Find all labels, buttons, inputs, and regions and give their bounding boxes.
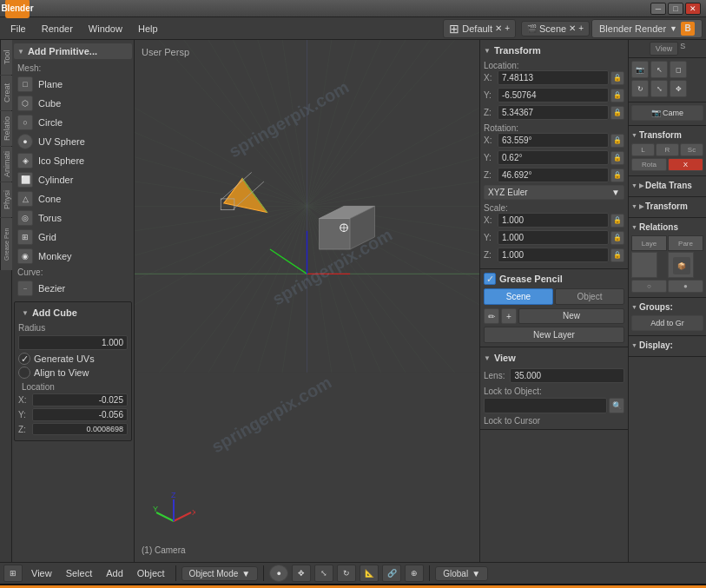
scale-x-lock[interactable]: 🔒 bbox=[610, 214, 624, 228]
bt-view-menu[interactable]: View bbox=[26, 566, 57, 580]
bt-sphere-icon[interactable]: ● bbox=[269, 565, 288, 582]
loc-x-value[interactable]: 7.48113 bbox=[498, 70, 609, 85]
fr-relations-header[interactable]: Relations bbox=[631, 221, 703, 234]
generate-uvs-checkbox[interactable]: ✓ bbox=[18, 353, 30, 365]
scene-selector[interactable]: 🎬 Scene ✕ + bbox=[521, 21, 590, 36]
scale-x-value[interactable]: 1.000 bbox=[498, 213, 609, 228]
view-header[interactable]: View bbox=[484, 351, 624, 365]
mesh-torus[interactable]: ◎ Torus bbox=[14, 208, 132, 228]
transform-header[interactable]: Transform bbox=[484, 43, 624, 57]
bt-object-menu[interactable]: Object bbox=[132, 566, 170, 580]
fr-transform2-header[interactable]: ▶ Transform bbox=[631, 200, 703, 213]
mesh-cube[interactable]: ⬡ Cube bbox=[14, 94, 132, 113]
fr-rotate-icon[interactable]: ↻ bbox=[631, 80, 649, 97]
grease-pencil-header[interactable]: ✓ Grease Pencil bbox=[484, 273, 624, 285]
loc-y-value[interactable]: -6.50764 bbox=[498, 88, 609, 102]
tab-grease-pen[interactable]: Grease Pen bbox=[0, 218, 12, 270]
scale-z-value[interactable]: 1.000 bbox=[498, 248, 609, 262]
scale-z-lock[interactable]: 🔒 bbox=[610, 248, 624, 262]
align-to-view-row[interactable]: Align to View bbox=[18, 367, 128, 379]
minimize-button[interactable]: ─ bbox=[650, 3, 666, 15]
loc-y-lock[interactable]: 🔒 bbox=[610, 89, 624, 102]
bt-mode-selector[interactable]: Object Mode ▼ bbox=[181, 566, 259, 581]
mesh-monkey[interactable]: ◉ Monkey bbox=[14, 247, 132, 266]
mesh-grid[interactable]: ⊞ Grid bbox=[14, 228, 132, 247]
fr-rota-btn[interactable]: Rota bbox=[631, 158, 667, 171]
bt-icon6[interactable]: ⊕ bbox=[405, 565, 424, 582]
engine-selector[interactable]: Blender Render ▼ B bbox=[591, 19, 703, 38]
bt-select-menu[interactable]: Select bbox=[61, 566, 98, 580]
close-button[interactable]: ✕ bbox=[685, 3, 701, 15]
tab-creat[interactable]: Creat bbox=[0, 76, 12, 110]
mesh-icosphere[interactable]: ◈ Ico Sphere bbox=[14, 151, 132, 170]
fr-parent-icon[interactable]: 📦 bbox=[668, 252, 694, 278]
radius-field[interactable]: 1.000 bbox=[18, 335, 128, 350]
grease-pencil-checkbox[interactable]: ✓ bbox=[484, 273, 496, 285]
fr-display-header[interactable]: Display: bbox=[631, 339, 703, 352]
fr-parent-cell[interactable]: Pare bbox=[668, 235, 703, 251]
rotation-mode-selector[interactable]: XYZ Euler ▼ bbox=[484, 185, 624, 200]
gp-scene-toggle[interactable]: Scene bbox=[484, 288, 553, 305]
mesh-circle[interactable]: ○ Circle bbox=[14, 113, 132, 132]
gp-move-icon[interactable]: + bbox=[501, 308, 517, 324]
scale-y-value[interactable]: 1.000 bbox=[498, 230, 609, 245]
menu-window[interactable]: Window bbox=[82, 22, 129, 36]
fr-select-icon[interactable]: ◻ bbox=[670, 61, 687, 78]
bt-global-selector[interactable]: Global ▼ bbox=[435, 566, 488, 581]
scale-y-lock[interactable]: 🔒 bbox=[610, 231, 624, 245]
bt-viewport-icon[interactable]: ⊞ bbox=[3, 565, 23, 582]
fr-cursor-icon[interactable]: ↖ bbox=[650, 61, 668, 78]
add-cube-header[interactable]: Add Cube bbox=[18, 306, 128, 320]
bt-icon3[interactable]: ↻ bbox=[337, 565, 356, 582]
tab-relatio[interactable]: Relatio bbox=[0, 111, 12, 146]
bt-add-menu[interactable]: Add bbox=[101, 566, 129, 580]
fr-delta-header[interactable]: ▶ Delta Trans bbox=[631, 179, 703, 192]
fr-r-btn[interactable]: R bbox=[656, 143, 679, 156]
fr-sc-btn[interactable]: Sc bbox=[680, 143, 703, 156]
loc-z-value[interactable]: 5.34367 bbox=[498, 105, 609, 120]
lens-value[interactable]: 35.000 bbox=[510, 368, 624, 383]
tab-physi[interactable]: Physi bbox=[0, 182, 12, 217]
rot-z-value[interactable]: 46.692° bbox=[498, 168, 609, 182]
gp-new-layer-btn[interactable]: New Layer bbox=[484, 327, 624, 343]
menu-file[interactable]: File bbox=[3, 22, 33, 36]
viewport[interactable]: User Persp (1) Camera X Y Z springerpix.… bbox=[135, 40, 480, 562]
mesh-plane[interactable]: □ Plane bbox=[14, 75, 132, 94]
tab-animati[interactable]: Animati bbox=[0, 147, 12, 182]
fr-scale-icon[interactable]: ⤡ bbox=[650, 80, 668, 97]
far-right-view-tab[interactable]: View bbox=[650, 42, 678, 56]
fr-toggle1[interactable]: ○ bbox=[631, 280, 667, 293]
menu-render[interactable]: Render bbox=[35, 22, 80, 36]
maximize-button[interactable]: □ bbox=[668, 3, 683, 15]
rot-x-lock[interactable]: 🔒 bbox=[610, 134, 624, 148]
bt-icon4[interactable]: 📐 bbox=[360, 565, 379, 582]
loc-x-lock[interactable]: 🔒 bbox=[610, 71, 624, 85]
mesh-cylinder[interactable]: ⬜ Cylinder bbox=[14, 170, 132, 189]
loc-z-lock[interactable]: 🔒 bbox=[610, 106, 624, 120]
tab-tool[interactable]: Tool bbox=[0, 40, 12, 75]
bt-icon1[interactable]: ✥ bbox=[292, 565, 311, 582]
menu-help[interactable]: Help bbox=[131, 22, 165, 36]
bt-icon2[interactable]: ⤡ bbox=[314, 565, 333, 582]
loc-y-field[interactable]: -0.056 bbox=[32, 408, 128, 421]
fr-add-to-group-btn[interactable]: Add to Gr bbox=[631, 315, 703, 331]
fr-camera-btn[interactable]: 📷 Came bbox=[631, 105, 703, 121]
loc-z-field[interactable]: 0.0008698 bbox=[32, 423, 128, 435]
fr-toggle2[interactable]: ● bbox=[668, 280, 703, 293]
bt-icon5[interactable]: 🔗 bbox=[382, 565, 401, 582]
align-to-view-checkbox[interactable] bbox=[18, 367, 30, 379]
curve-bezier[interactable]: ~ Bezier bbox=[14, 279, 132, 298]
mesh-cone[interactable]: △ Cone bbox=[14, 189, 132, 208]
lock-object-field[interactable] bbox=[484, 398, 607, 413]
fr-layer-cell[interactable]: Laye bbox=[631, 235, 667, 251]
gp-object-toggle[interactable]: Object bbox=[555, 288, 624, 305]
gp-new-btn[interactable]: New bbox=[518, 308, 624, 324]
fr-translate-icon[interactable]: ✥ bbox=[670, 80, 687, 97]
fr-groups-header[interactable]: Groups: bbox=[631, 301, 703, 314]
fr-camera-view-icon[interactable]: 📷 bbox=[631, 61, 649, 78]
add-primitive-header[interactable]: Add Primitive... bbox=[14, 43, 132, 59]
fr-layer-icon[interactable] bbox=[631, 252, 657, 278]
gp-draw-icon[interactable]: ✏ bbox=[484, 308, 499, 324]
fr-transform-header[interactable]: Transform bbox=[631, 129, 703, 142]
mesh-uvsphere[interactable]: ● UV Sphere bbox=[14, 132, 132, 151]
